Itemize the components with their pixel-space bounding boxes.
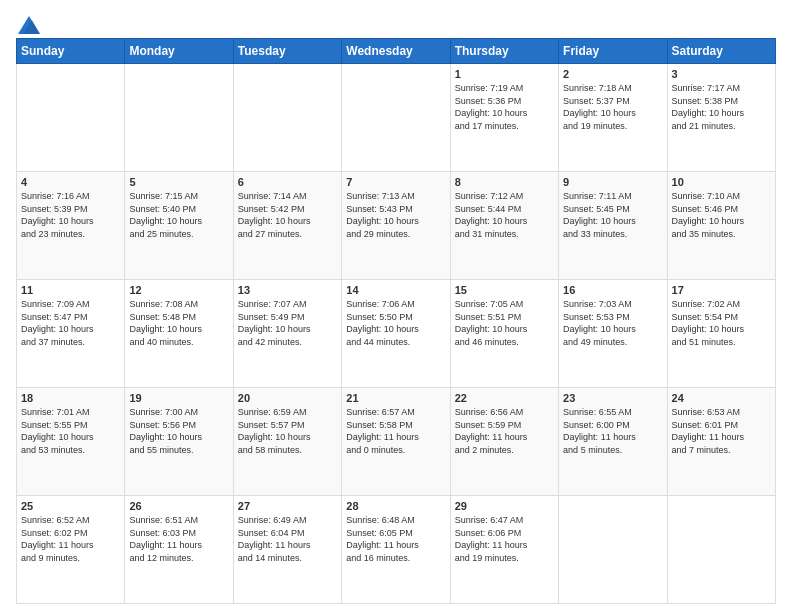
day-number: 18 <box>21 392 120 404</box>
day-header-monday: Monday <box>125 39 233 64</box>
day-number: 17 <box>672 284 771 296</box>
week-row-1: 1Sunrise: 7:19 AM Sunset: 5:36 PM Daylig… <box>17 64 776 172</box>
day-number: 7 <box>346 176 445 188</box>
calendar-cell <box>342 64 450 172</box>
calendar: SundayMondayTuesdayWednesdayThursdayFrid… <box>16 38 776 604</box>
calendar-cell: 26Sunrise: 6:51 AM Sunset: 6:03 PM Dayli… <box>125 496 233 604</box>
calendar-cell: 11Sunrise: 7:09 AM Sunset: 5:47 PM Dayli… <box>17 280 125 388</box>
calendar-cell: 4Sunrise: 7:16 AM Sunset: 5:39 PM Daylig… <box>17 172 125 280</box>
day-info: Sunrise: 7:13 AM Sunset: 5:43 PM Dayligh… <box>346 190 445 240</box>
day-header-wednesday: Wednesday <box>342 39 450 64</box>
day-info: Sunrise: 7:05 AM Sunset: 5:51 PM Dayligh… <box>455 298 554 348</box>
day-info: Sunrise: 7:18 AM Sunset: 5:37 PM Dayligh… <box>563 82 662 132</box>
week-row-4: 18Sunrise: 7:01 AM Sunset: 5:55 PM Dayli… <box>17 388 776 496</box>
day-info: Sunrise: 6:56 AM Sunset: 5:59 PM Dayligh… <box>455 406 554 456</box>
day-info: Sunrise: 6:59 AM Sunset: 5:57 PM Dayligh… <box>238 406 337 456</box>
day-info: Sunrise: 7:10 AM Sunset: 5:46 PM Dayligh… <box>672 190 771 240</box>
day-number: 4 <box>21 176 120 188</box>
day-info: Sunrise: 6:52 AM Sunset: 6:02 PM Dayligh… <box>21 514 120 564</box>
day-number: 20 <box>238 392 337 404</box>
day-number: 2 <box>563 68 662 80</box>
day-info: Sunrise: 6:51 AM Sunset: 6:03 PM Dayligh… <box>129 514 228 564</box>
day-info: Sunrise: 6:49 AM Sunset: 6:04 PM Dayligh… <box>238 514 337 564</box>
calendar-cell: 13Sunrise: 7:07 AM Sunset: 5:49 PM Dayli… <box>233 280 341 388</box>
calendar-cell: 19Sunrise: 7:00 AM Sunset: 5:56 PM Dayli… <box>125 388 233 496</box>
day-header-friday: Friday <box>559 39 667 64</box>
day-number: 23 <box>563 392 662 404</box>
day-number: 14 <box>346 284 445 296</box>
calendar-cell: 22Sunrise: 6:56 AM Sunset: 5:59 PM Dayli… <box>450 388 558 496</box>
calendar-cell <box>17 64 125 172</box>
day-header-sunday: Sunday <box>17 39 125 64</box>
calendar-cell: 15Sunrise: 7:05 AM Sunset: 5:51 PM Dayli… <box>450 280 558 388</box>
calendar-cell: 10Sunrise: 7:10 AM Sunset: 5:46 PM Dayli… <box>667 172 775 280</box>
day-number: 13 <box>238 284 337 296</box>
day-number: 22 <box>455 392 554 404</box>
calendar-cell: 29Sunrise: 6:47 AM Sunset: 6:06 PM Dayli… <box>450 496 558 604</box>
day-number: 9 <box>563 176 662 188</box>
calendar-header: SundayMondayTuesdayWednesdayThursdayFrid… <box>17 39 776 64</box>
calendar-cell: 8Sunrise: 7:12 AM Sunset: 5:44 PM Daylig… <box>450 172 558 280</box>
calendar-cell: 16Sunrise: 7:03 AM Sunset: 5:53 PM Dayli… <box>559 280 667 388</box>
calendar-cell: 27Sunrise: 6:49 AM Sunset: 6:04 PM Dayli… <box>233 496 341 604</box>
day-info: Sunrise: 7:00 AM Sunset: 5:56 PM Dayligh… <box>129 406 228 456</box>
day-info: Sunrise: 7:19 AM Sunset: 5:36 PM Dayligh… <box>455 82 554 132</box>
calendar-cell <box>667 496 775 604</box>
day-info: Sunrise: 7:08 AM Sunset: 5:48 PM Dayligh… <box>129 298 228 348</box>
day-info: Sunrise: 7:02 AM Sunset: 5:54 PM Dayligh… <box>672 298 771 348</box>
day-info: Sunrise: 7:07 AM Sunset: 5:49 PM Dayligh… <box>238 298 337 348</box>
calendar-body: 1Sunrise: 7:19 AM Sunset: 5:36 PM Daylig… <box>17 64 776 604</box>
day-info: Sunrise: 6:55 AM Sunset: 6:00 PM Dayligh… <box>563 406 662 456</box>
day-info: Sunrise: 7:16 AM Sunset: 5:39 PM Dayligh… <box>21 190 120 240</box>
day-info: Sunrise: 7:12 AM Sunset: 5:44 PM Dayligh… <box>455 190 554 240</box>
calendar-cell: 14Sunrise: 7:06 AM Sunset: 5:50 PM Dayli… <box>342 280 450 388</box>
week-row-2: 4Sunrise: 7:16 AM Sunset: 5:39 PM Daylig… <box>17 172 776 280</box>
calendar-cell <box>233 64 341 172</box>
day-number: 24 <box>672 392 771 404</box>
day-number: 21 <box>346 392 445 404</box>
calendar-cell: 21Sunrise: 6:57 AM Sunset: 5:58 PM Dayli… <box>342 388 450 496</box>
day-info: Sunrise: 7:17 AM Sunset: 5:38 PM Dayligh… <box>672 82 771 132</box>
day-header-tuesday: Tuesday <box>233 39 341 64</box>
day-info: Sunrise: 7:03 AM Sunset: 5:53 PM Dayligh… <box>563 298 662 348</box>
day-number: 1 <box>455 68 554 80</box>
day-number: 27 <box>238 500 337 512</box>
day-number: 25 <box>21 500 120 512</box>
day-info: Sunrise: 7:14 AM Sunset: 5:42 PM Dayligh… <box>238 190 337 240</box>
calendar-cell: 1Sunrise: 7:19 AM Sunset: 5:36 PM Daylig… <box>450 64 558 172</box>
day-info: Sunrise: 6:48 AM Sunset: 6:05 PM Dayligh… <box>346 514 445 564</box>
calendar-cell: 17Sunrise: 7:02 AM Sunset: 5:54 PM Dayli… <box>667 280 775 388</box>
day-info: Sunrise: 7:09 AM Sunset: 5:47 PM Dayligh… <box>21 298 120 348</box>
day-info: Sunrise: 7:06 AM Sunset: 5:50 PM Dayligh… <box>346 298 445 348</box>
week-row-5: 25Sunrise: 6:52 AM Sunset: 6:02 PM Dayli… <box>17 496 776 604</box>
day-number: 12 <box>129 284 228 296</box>
day-info: Sunrise: 7:15 AM Sunset: 5:40 PM Dayligh… <box>129 190 228 240</box>
day-number: 29 <box>455 500 554 512</box>
calendar-cell <box>125 64 233 172</box>
day-number: 3 <box>672 68 771 80</box>
calendar-cell: 24Sunrise: 6:53 AM Sunset: 6:01 PM Dayli… <box>667 388 775 496</box>
day-number: 6 <box>238 176 337 188</box>
calendar-cell: 28Sunrise: 6:48 AM Sunset: 6:05 PM Dayli… <box>342 496 450 604</box>
header <box>16 16 776 30</box>
day-info: Sunrise: 6:57 AM Sunset: 5:58 PM Dayligh… <box>346 406 445 456</box>
logo <box>16 16 40 30</box>
day-info: Sunrise: 7:01 AM Sunset: 5:55 PM Dayligh… <box>21 406 120 456</box>
day-number: 10 <box>672 176 771 188</box>
day-header-thursday: Thursday <box>450 39 558 64</box>
day-header-saturday: Saturday <box>667 39 775 64</box>
day-info: Sunrise: 6:47 AM Sunset: 6:06 PM Dayligh… <box>455 514 554 564</box>
calendar-cell: 2Sunrise: 7:18 AM Sunset: 5:37 PM Daylig… <box>559 64 667 172</box>
day-number: 8 <box>455 176 554 188</box>
week-row-3: 11Sunrise: 7:09 AM Sunset: 5:47 PM Dayli… <box>17 280 776 388</box>
calendar-cell: 25Sunrise: 6:52 AM Sunset: 6:02 PM Dayli… <box>17 496 125 604</box>
calendar-cell <box>559 496 667 604</box>
calendar-cell: 6Sunrise: 7:14 AM Sunset: 5:42 PM Daylig… <box>233 172 341 280</box>
day-number: 28 <box>346 500 445 512</box>
day-info: Sunrise: 7:11 AM Sunset: 5:45 PM Dayligh… <box>563 190 662 240</box>
calendar-cell: 12Sunrise: 7:08 AM Sunset: 5:48 PM Dayli… <box>125 280 233 388</box>
calendar-cell: 23Sunrise: 6:55 AM Sunset: 6:00 PM Dayli… <box>559 388 667 496</box>
calendar-cell: 3Sunrise: 7:17 AM Sunset: 5:38 PM Daylig… <box>667 64 775 172</box>
day-info: Sunrise: 6:53 AM Sunset: 6:01 PM Dayligh… <box>672 406 771 456</box>
page: SundayMondayTuesdayWednesdayThursdayFrid… <box>0 0 792 612</box>
